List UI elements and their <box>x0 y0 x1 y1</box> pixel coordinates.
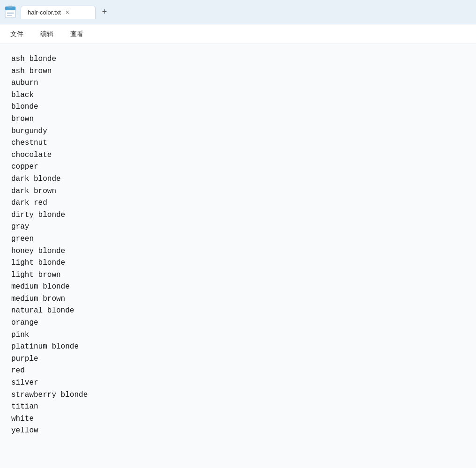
list-item: yellow <box>11 425 465 437</box>
list-item: copper <box>11 161 465 173</box>
list-item: burgundy <box>11 126 465 138</box>
list-item: ash brown <box>11 66 465 78</box>
file-tab[interactable]: hair-color.txt × <box>21 6 96 19</box>
text-content[interactable]: ash blondeash brownauburnblackblondebrow… <box>11 53 465 437</box>
list-item: white <box>11 413 465 425</box>
list-item: brown <box>11 113 465 126</box>
list-item: medium brown <box>11 293 465 305</box>
list-item: platinum blonde <box>11 341 465 353</box>
new-tab-button[interactable]: + <box>97 5 112 19</box>
list-item: ash blonde <box>11 53 465 66</box>
list-item: purple <box>11 353 465 365</box>
menu-item-文件[interactable]: 文件 <box>7 28 26 40</box>
list-item: natural blonde <box>11 305 465 317</box>
list-item: light blonde <box>11 257 465 269</box>
menu-item-查看[interactable]: 查看 <box>67 28 86 40</box>
list-item: dark brown <box>11 186 465 198</box>
list-item: light brown <box>11 269 465 282</box>
list-item: dark red <box>11 197 465 209</box>
title-bar: hair-color.txt × + <box>0 0 476 24</box>
list-item: red <box>11 365 465 377</box>
menu-bar: 文件编辑查看 <box>0 24 476 44</box>
list-item: orange <box>11 317 465 329</box>
svg-rect-5 <box>8 6 12 7</box>
tab-filename: hair-color.txt <box>28 9 61 16</box>
list-item: blonde <box>11 101 465 113</box>
svg-rect-4 <box>7 15 12 16</box>
menu-item-编辑[interactable]: 编辑 <box>37 28 56 40</box>
list-item: chestnut <box>11 137 465 149</box>
app-icon <box>4 6 17 19</box>
list-item: dirty blonde <box>11 209 465 222</box>
list-item: honey blonde <box>11 245 465 258</box>
list-item: auburn <box>11 77 465 89</box>
list-item: silver <box>11 377 465 389</box>
list-item: pink <box>11 329 465 342</box>
list-item: black <box>11 89 465 102</box>
content-area: ash blondeash brownauburnblackblondebrow… <box>0 44 476 468</box>
svg-rect-3 <box>7 13 14 14</box>
list-item: medium blonde <box>11 281 465 293</box>
list-item: chocolate <box>11 149 465 162</box>
list-item: strawberry blonde <box>11 389 465 401</box>
tab-close-button[interactable]: × <box>66 9 69 15</box>
list-item: gray <box>11 221 465 233</box>
svg-rect-2 <box>7 12 14 13</box>
list-item: green <box>11 233 465 245</box>
list-item: titian <box>11 401 465 413</box>
list-item: dark blonde <box>11 173 465 186</box>
